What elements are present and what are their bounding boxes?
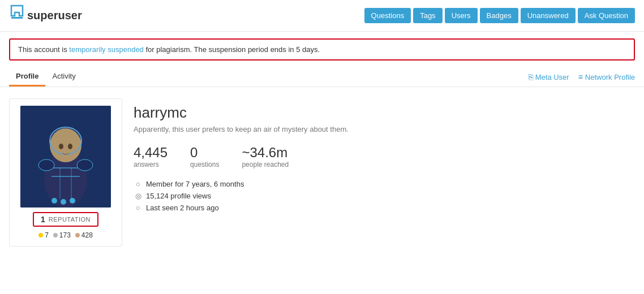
logo: superuser [9, 5, 82, 27]
last-seen: ○ Last seen 2 hours ago [134, 204, 635, 212]
tab-activity[interactable]: Activity [45, 67, 82, 87]
gold-dot [38, 233, 43, 237]
calendar-icon: ○ [134, 180, 143, 188]
svg-point-15 [68, 144, 72, 149]
meta-user-link[interactable]: ⎘ Meta User [529, 72, 569, 81]
svg-rect-0 [11, 17, 23, 19]
profile-tabs: Profile Activity [9, 67, 83, 87]
network-profile-icon: ≡ [578, 72, 583, 81]
member-since: ○ Member for 7 years, 6 months [134, 180, 635, 188]
reached-label: people reached [242, 161, 289, 168]
network-profile-label: Network Profile [585, 73, 635, 81]
svg-point-12 [61, 199, 66, 205]
nav-badges[interactable]: Badges [480, 8, 518, 23]
meta-user-label: Meta User [535, 73, 569, 81]
nav-tags[interactable]: Tags [413, 8, 442, 23]
badges-row: 7 173 428 [38, 231, 93, 239]
svg-point-11 [51, 198, 57, 204]
nav-ask-question[interactable]: Ask Question [578, 8, 635, 23]
badge-silver: 173 [53, 231, 71, 239]
stat-reached: ~34.6m people reached [242, 145, 289, 168]
stat-answers: 4,445 answers [134, 145, 168, 168]
member-since-text: Member for 7 years, 6 months [146, 180, 244, 188]
logo-text-light: super [27, 9, 58, 21]
silver-dot [53, 233, 58, 237]
reputation-number: 1 [41, 215, 45, 224]
suspension-link[interactable]: temporarily suspended [69, 45, 144, 54]
profile-info: harrymc Apparently, this user prefers to… [134, 98, 635, 247]
badge-gold: 7 [38, 231, 49, 239]
network-profile-link[interactable]: ≡ Network Profile [578, 72, 635, 81]
nav-unanswered[interactable]: Unanswered [521, 8, 576, 23]
svg-point-10 [77, 159, 93, 171]
logo-text: superuser [27, 9, 82, 22]
answers-number: 4,445 [134, 145, 168, 161]
header: superuser Questions Tags Users Badges Un… [0, 0, 644, 32]
avatar [20, 106, 111, 207]
svg-point-3 [50, 128, 81, 162]
meta-info: ○ Member for 7 years, 6 months ◎ 15,124 … [134, 180, 635, 212]
answers-label: answers [134, 161, 168, 168]
eye-icon: ◎ [134, 192, 143, 200]
clock-icon: ○ [134, 204, 143, 212]
badge-bronze: 428 [75, 231, 93, 239]
bronze-count: 428 [81, 231, 93, 239]
last-seen-text: Last seen 2 hours ago [146, 204, 219, 212]
username: harrymc [134, 104, 635, 122]
questions-number: 0 [190, 145, 219, 161]
svg-point-14 [59, 144, 63, 149]
svg-point-9 [38, 159, 54, 171]
questions-label: questions [190, 161, 219, 168]
stat-questions: 0 questions [190, 145, 219, 168]
logo-text-bold: user [58, 9, 81, 21]
profile-views: ◎ 15,124 profile views [134, 192, 635, 200]
profile-views-text: 15,124 profile views [146, 192, 211, 200]
reputation-label: REPUTATION [49, 216, 91, 223]
meta-user-icon: ⎘ [529, 72, 533, 81]
profile-card: 1 REPUTATION 7 173 428 [9, 98, 122, 247]
gold-count: 7 [45, 231, 49, 239]
nav-users[interactable]: Users [445, 8, 478, 23]
silver-count: 173 [59, 231, 71, 239]
nav-questions[interactable]: Questions [364, 8, 411, 23]
reached-number: ~34.6m [242, 145, 289, 161]
main-nav: Questions Tags Users Badges Unanswered A… [364, 8, 635, 23]
reputation-box: 1 REPUTATION [33, 212, 98, 227]
avatar-placeholder [20, 106, 111, 207]
tab-profile[interactable]: Profile [9, 67, 45, 87]
stats-row: 4,445 answers 0 questions ~34.6m people … [134, 145, 635, 168]
meta-links: ⎘ Meta User ≡ Network Profile [529, 72, 635, 81]
svg-point-13 [70, 198, 75, 204]
suspension-text-before: This account is [18, 45, 69, 54]
suspension-banner: This account is temporarily suspended fo… [9, 38, 635, 60]
bronze-dot [75, 233, 80, 237]
tabs-row: Profile Activity ⎘ Meta User ≡ Network P… [0, 67, 644, 87]
logo-icon [9, 5, 25, 27]
avatar-svg [20, 106, 111, 207]
profile-content: 1 REPUTATION 7 173 428 harrymc Apparentl… [0, 87, 644, 258]
suspension-text-after: for plagiarism. The suspension period en… [144, 45, 320, 54]
user-bio: Apparently, this user prefers to keep an… [134, 125, 635, 133]
